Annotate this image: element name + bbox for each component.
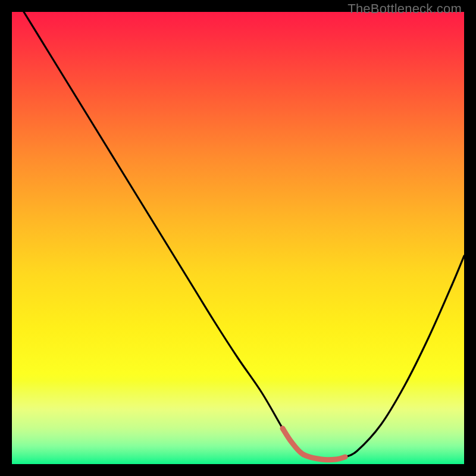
gradient-wash	[12, 381, 464, 464]
watermark-text: TheBottleneck.com	[347, 1, 462, 17]
chart-plot-area	[12, 12, 464, 464]
